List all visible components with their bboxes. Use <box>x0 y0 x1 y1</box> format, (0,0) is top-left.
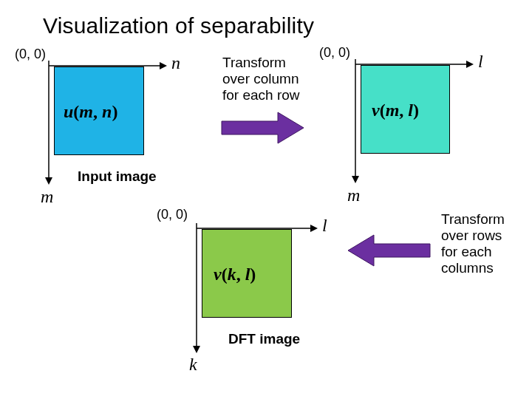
axis-arrow-n-1 <box>49 61 167 71</box>
axis-arrow-m-1 <box>44 61 54 185</box>
step2-line2: over rows <box>441 228 502 244</box>
diagram-stage: Visualization of separability (0, 0) n m… <box>0 0 532 399</box>
step1-line2: over column <box>222 71 299 87</box>
svg-marker-6 <box>466 61 474 68</box>
axis-label-l-2: l <box>478 52 483 72</box>
svg-marker-4 <box>222 112 304 143</box>
svg-marker-11 <box>310 225 318 232</box>
axis-arrow-k-3 <box>191 223 202 353</box>
axis-arrow-l-3 <box>197 223 318 233</box>
step1-line3: for each row <box>222 87 300 103</box>
svg-marker-8 <box>352 176 359 183</box>
step2-line4: columns <box>441 260 494 276</box>
axis-label-n-1: n <box>171 53 180 73</box>
svg-marker-1 <box>160 62 167 69</box>
caption-input-image: Input image <box>78 168 157 185</box>
svg-marker-9 <box>348 235 430 266</box>
axis-label-m-1: m <box>41 187 53 207</box>
page-title: Visualization of separability <box>43 13 314 38</box>
axis-arrow-l-2 <box>355 59 474 69</box>
axis-label-k-3: k <box>189 355 197 375</box>
axis-label-m-2: m <box>347 185 360 205</box>
axis-arrow-m-2 <box>350 59 361 183</box>
step2-line1: Transform <box>441 211 505 228</box>
caption-dft-image: DFT image <box>228 331 300 347</box>
origin-label-2: (0, 0) <box>319 45 350 61</box>
step-arrow-right <box>220 111 305 145</box>
matrix-label-u: u(m, n) <box>64 102 117 122</box>
svg-marker-3 <box>45 177 52 185</box>
origin-label-3: (0, 0) <box>157 207 188 222</box>
step2-line3: for each <box>441 244 492 260</box>
matrix-label-v-kl: v(k, l) <box>214 265 256 284</box>
step-arrow-left <box>347 233 432 267</box>
step1-line1: Transform <box>222 55 286 71</box>
svg-marker-13 <box>193 346 200 353</box>
axis-label-l-3: l <box>322 216 327 236</box>
matrix-label-v-ml: v(m, l) <box>372 100 419 120</box>
origin-label-1: (0, 0) <box>15 47 46 62</box>
